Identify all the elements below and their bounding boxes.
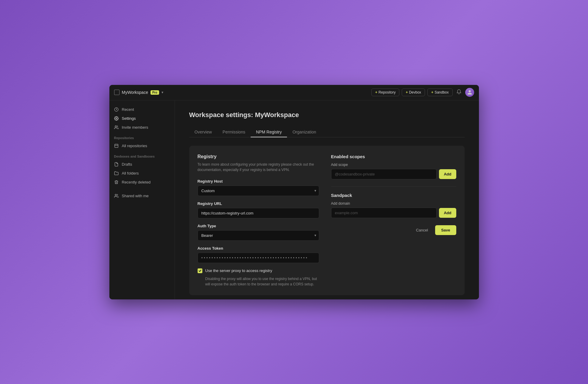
settings-tabs: Overview Permissions NPM Registry Organi… [189,127,465,137]
file-icon [114,162,119,167]
user-avatar[interactable] [465,88,474,97]
auth-type-field: Auth Type Bearer Basic None ▾ [198,224,319,241]
sidebar-item-all-folders[interactable]: All folders [109,169,175,178]
sidebar-item-recent[interactable]: Recent [109,105,175,114]
clock-icon [114,107,119,112]
notifications-bell-icon[interactable] [455,88,463,97]
add-domain-label: Add domain [331,201,456,206]
access-token-input[interactable] [198,253,319,263]
proxy-checkbox-container: Use the server proxy to access registry … [198,268,319,287]
plus-icon: + [406,90,408,94]
gear-icon [114,116,119,121]
folder-icon [114,171,119,176]
add-scope-row: Add [331,169,456,179]
access-token-label: Access Token [198,246,319,251]
repository-button[interactable]: + Repository [371,88,399,96]
sidebar-item-settings[interactable]: Settings [109,114,175,123]
main-layout: Recent Settings [109,100,479,299]
sidebar-toggle-icon[interactable] [114,90,120,95]
tab-organization[interactable]: Organization [287,127,321,137]
save-button[interactable]: Save [435,225,456,235]
tab-overview[interactable]: Overview [189,127,217,137]
add-domain-button[interactable]: Add [439,208,456,218]
shared-icon [114,194,119,198]
devboxes-section-label: Devboxes and Sandboxes [109,150,175,160]
registry-url-field: Registry URL [198,201,319,218]
topbar-left: MyWorkspace Pro ▾ [114,90,163,95]
add-domain-row: Add [331,208,456,218]
registry-url-input[interactable] [198,208,319,218]
registry-url-label: Registry URL [198,201,319,206]
add-scope-button[interactable]: Add [439,169,456,179]
proxy-checkbox[interactable] [198,268,202,273]
registry-host-select-wrapper: Custom npm GitHub GitLab ▾ [198,186,319,196]
devbox-button[interactable]: + Devbox [402,88,425,96]
sidebar: Recent Settings [109,100,175,299]
svg-point-1 [116,118,117,119]
sidebar-item-invite[interactable]: Invite members [109,123,175,132]
add-domain-input[interactable] [331,208,437,218]
app-window: MyWorkspace Pro ▾ + Repository + Devbox … [109,85,479,299]
registry-section: Registry To learn more about configuring… [198,154,319,287]
proxy-checkbox-row: Use the server proxy to access registry [198,268,319,273]
repo-icon [114,144,119,148]
enabled-scopes-title: Enabled scopes [331,154,456,159]
tab-permissions[interactable]: Permissions [217,127,251,137]
sandpack-title: Sandpack [331,193,456,198]
svg-point-5 [115,194,117,196]
topbar: MyWorkspace Pro ▾ + Repository + Devbox … [109,85,479,100]
divider [331,186,456,187]
add-scope-input[interactable] [331,169,437,179]
proxy-checkbox-desc: Disabling the proxy will allow you to us… [198,276,319,287]
topbar-right: + Repository + Devbox + Sandbox [371,88,474,97]
add-scope-label: Add scope [331,163,456,167]
sandpack-section: Sandpack Add domain Add [331,193,456,218]
page-title: Workspace settings: MyWorkspace [189,111,465,119]
settings-panel: Registry To learn more about configuring… [189,146,465,295]
auth-type-label: Auth Type [198,224,319,228]
proxy-checkbox-label: Use the server proxy to access registry [205,268,272,273]
sidebar-item-shared-with-me[interactable]: Shared with me [109,192,175,200]
svg-rect-3 [115,144,118,147]
repositories-section-label: Repositories [109,132,175,142]
access-token-field: Access Token [198,246,319,263]
plus-icon: + [431,90,433,94]
content-area: Workspace settings: MyWorkspace Overview… [175,100,479,299]
registry-host-select[interactable]: Custom npm GitHub GitLab [198,186,319,196]
sidebar-item-drafts[interactable]: Drafts [109,160,175,169]
registry-desc: To learn more about configuring your pri… [198,162,319,172]
enabled-scopes-section: Enabled scopes Add scope Add [331,154,456,179]
registry-title: Registry [198,154,319,159]
tab-npm-registry[interactable]: NPM Registry [251,127,287,137]
registry-host-label: Registry Host [198,179,319,184]
plus-icon: + [375,90,377,94]
auth-type-select[interactable]: Bearer Basic None [198,230,319,241]
workspace-name: MyWorkspace [122,90,148,95]
trash-icon [114,180,119,185]
person-icon [114,125,119,130]
right-panel: Enabled scopes Add scope Add Sandpack Ad… [331,154,456,287]
cancel-button[interactable]: Cancel [412,226,432,235]
sidebar-item-all-repositories[interactable]: All repositories [109,142,175,150]
svg-point-2 [115,126,117,127]
workspace-chevron-icon[interactable]: ▾ [162,90,163,94]
action-row: Cancel Save [331,225,456,235]
sidebar-item-recently-deleted[interactable]: Recently deleted [109,178,175,187]
sandbox-button[interactable]: + Sandbox [427,88,452,96]
auth-type-select-wrapper: Bearer Basic None ▾ [198,230,319,241]
registry-host-field: Registry Host Custom npm GitHub GitLab ▾ [198,179,319,196]
pro-badge: Pro [151,90,159,95]
